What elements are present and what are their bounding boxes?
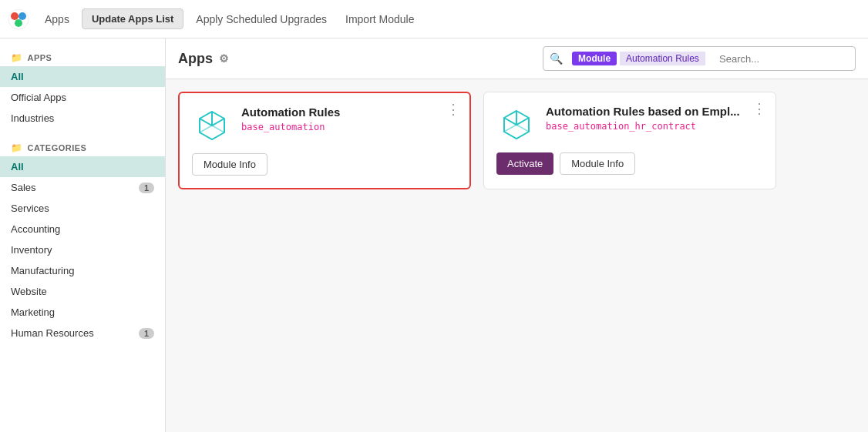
- sidebar-item-sales[interactable]: Sales 1: [0, 177, 165, 198]
- apps-nav-link[interactable]: Apps: [39, 10, 76, 28]
- sidebar-item-website[interactable]: Website: [0, 281, 165, 302]
- top-navigation: Apps Update Apps List Apply Scheduled Up…: [0, 0, 868, 39]
- card-header-2: Automation Rules based on Empl... base_a…: [496, 105, 763, 145]
- page-title: Apps ⚙: [178, 51, 229, 67]
- cards-grid: ⋮ Automation Rules base_automatio: [166, 79, 868, 432]
- sidebar-item-human-resources[interactable]: Human Resources 1: [0, 323, 165, 343]
- module-info-button-1[interactable]: Module Info: [192, 153, 267, 176]
- sidebar-item-inventory[interactable]: Inventory: [0, 239, 165, 260]
- sidebar-item-apps-all[interactable]: All: [0, 66, 165, 87]
- search-tag-value: Automation Rules: [620, 52, 705, 65]
- apps-section-header: 📁 APPS: [0, 46, 165, 66]
- search-tag-close-button[interactable]: ×: [707, 52, 713, 65]
- card-module-2: base_automation_hr_contract: [546, 121, 763, 132]
- card-name-1: Automation Rules: [241, 105, 457, 119]
- svg-point-3: [15, 19, 22, 27]
- card-info-2: Automation Rules based on Empl... base_a…: [546, 105, 763, 132]
- card-name-2: Automation Rules based on Empl...: [546, 105, 763, 118]
- settings-icon[interactable]: ⚙: [219, 52, 229, 65]
- card-info-1: Automation Rules base_automation: [241, 105, 457, 132]
- card-actions-2: Activate Module Info: [496, 152, 763, 175]
- sidebar-item-services[interactable]: Services: [0, 198, 165, 219]
- sidebar-item-categories-all[interactable]: All: [0, 156, 165, 177]
- folder-icon: 📁: [11, 52, 23, 63]
- sidebar-item-manufacturing[interactable]: Manufacturing: [0, 260, 165, 281]
- app-card-automation-rules-hr: ⋮ Automation Rules based on Empl...: [483, 92, 776, 189]
- search-bar: 🔍 Module Automation Rules ×: [543, 46, 856, 71]
- sidebar-item-official-apps[interactable]: Official Apps: [0, 87, 165, 108]
- sidebar-item-marketing[interactable]: Marketing: [0, 302, 165, 323]
- content-header: Apps ⚙ 🔍 Module Automation Rules ×: [166, 39, 868, 79]
- app-icon-2: [496, 105, 537, 145]
- import-module-link[interactable]: Import Module: [339, 10, 420, 28]
- card-header-1: Automation Rules base_automation: [192, 105, 457, 146]
- categories-section-header: 📁 CATEGORIES: [0, 136, 165, 156]
- sidebar-item-accounting[interactable]: Accounting: [0, 219, 165, 239]
- sidebar: 📁 APPS All Official Apps Industries 📁 CA…: [0, 39, 166, 432]
- card-menu-button-1[interactable]: ⋮: [446, 102, 460, 116]
- svg-point-2: [19, 12, 26, 20]
- card-menu-button-2[interactable]: ⋮: [752, 102, 766, 116]
- search-icon: 🔍: [543, 52, 569, 65]
- folder-icon-categories: 📁: [11, 142, 23, 153]
- svg-point-1: [11, 12, 19, 20]
- sales-badge: 1: [139, 183, 154, 193]
- module-info-button-2[interactable]: Module Info: [560, 152, 635, 175]
- search-input[interactable]: [713, 53, 855, 65]
- content-area: Apps ⚙ 🔍 Module Automation Rules × ⋮: [166, 39, 868, 432]
- update-apps-list-button[interactable]: Update Apps List: [82, 8, 183, 29]
- app-logo[interactable]: [8, 8, 29, 30]
- card-actions-1: Module Info: [192, 153, 457, 176]
- app-icon-1: [192, 105, 232, 146]
- app-card-automation-rules: ⋮ Automation Rules base_automatio: [178, 92, 471, 189]
- activate-button-2[interactable]: Activate: [496, 152, 553, 175]
- hr-badge: 1: [139, 328, 154, 339]
- search-tag-key: Module: [572, 52, 617, 65]
- apply-scheduled-upgrades-link[interactable]: Apply Scheduled Upgrades: [190, 10, 333, 28]
- card-module-1: base_automation: [241, 122, 457, 132]
- sidebar-item-industries[interactable]: Industries: [0, 108, 165, 129]
